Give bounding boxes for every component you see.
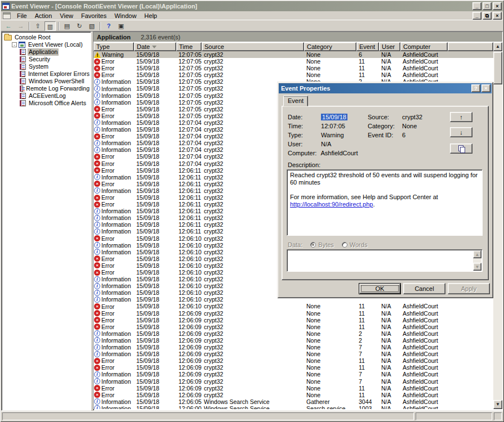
column-header-source[interactable]: Source (202, 42, 304, 51)
table-row[interactable]: Error15/09/1812:07:05crypt32None11N/AAsh… (93, 58, 493, 65)
forward-icon[interactable]: → (15, 21, 26, 31)
event-id-cell: 11 (356, 58, 379, 65)
menu-item-window[interactable]: Window (110, 12, 140, 20)
computer-value: AshfieldCourt (320, 150, 358, 156)
back-icon[interactable]: ← (3, 21, 14, 31)
help-icon[interactable]: ? (103, 21, 114, 31)
date-value[interactable]: 15/09/18 (321, 114, 347, 120)
table-row[interactable]: Error15/09/1812:06:09crypt32None11N/AAsh… (93, 364, 493, 371)
sidebar-item-internet-explorer-errors[interactable]: Internet Explorer Errors (2, 70, 91, 78)
apply-button[interactable]: Apply (448, 283, 490, 294)
table-row[interactable]: Error15/09/1812:06:09crypt32None11N/AAsh… (93, 392, 493, 398)
up-folder-icon[interactable]: ⇧ (32, 21, 43, 31)
table-row[interactable]: Error15/09/1812:06:09crypt32None11N/AAsh… (93, 310, 493, 317)
table-row[interactable]: Information15/09/1812:06:09crypt32None2N… (93, 337, 493, 344)
minimize-button[interactable]: _ (472, 2, 481, 10)
dialog-close-button[interactable]: × (481, 84, 490, 92)
cancel-button[interactable]: Cancel (403, 283, 445, 294)
sidebar-item-security[interactable]: Security (2, 56, 91, 63)
table-row[interactable]: Information15/09/1812:06:09crypt32None7N… (93, 371, 493, 378)
data-scrollbar[interactable]: ▲ ▼ (473, 250, 481, 271)
table-row[interactable]: Error15/09/1812:06:09crypt32None11N/AAsh… (93, 385, 493, 392)
maximize-button[interactable]: □ (483, 2, 492, 10)
column-header-type[interactable]: Type (93, 42, 134, 51)
event-type-label: Information (100, 296, 131, 303)
event-type-label: Error (100, 201, 114, 208)
source-cell: crypt32 (202, 58, 304, 65)
table-row[interactable]: Error15/09/1812:07:05crypt32None11N/AAsh… (93, 65, 493, 71)
ok-button[interactable]: OK (359, 283, 401, 294)
event-type-label: Information (100, 378, 131, 385)
column-header-event[interactable]: Event (356, 42, 379, 51)
source-cell: Windows Search Service (202, 398, 304, 405)
scroll-thumb[interactable] (493, 52, 502, 84)
column-header-user[interactable]: User (379, 42, 400, 51)
show-console-tree-icon[interactable]: ▥ (44, 21, 56, 31)
properties-icon[interactable]: ▤ (61, 21, 73, 31)
table-row[interactable]: Information15/09/1812:06:09crypt32None7N… (93, 351, 493, 357)
menu-item-view[interactable]: View (56, 12, 77, 20)
radio-words[interactable] (342, 242, 347, 248)
refresh-icon[interactable]: ↻ (74, 21, 85, 31)
close-button[interactable]: × (493, 2, 502, 10)
sidebar-item-console-root[interactable]: Console Root (2, 34, 91, 41)
category-cell: None (304, 324, 356, 330)
menu-item-favorites[interactable]: Favorites (77, 12, 110, 20)
new-window-icon[interactable]: ▣ (115, 21, 127, 31)
event-type-label: Information (100, 119, 131, 126)
logbook-icon (20, 78, 26, 84)
table-row[interactable]: Warning15/09/1812:07:05crypt32None6N/AAs… (93, 51, 493, 58)
error-icon (94, 255, 100, 262)
sidebar-item-event-viewer-local-[interactable]: -Event Viewer (Local) (2, 41, 91, 48)
table-row[interactable]: Information15/09/1812:06:00Windows Searc… (93, 405, 493, 409)
child-minimize-button[interactable]: _ (472, 12, 481, 20)
vertical-scrollbar[interactable]: ▲ ▼ (493, 42, 502, 409)
menu-item-file[interactable]: File (13, 12, 31, 20)
data-box[interactable]: ▲ ▼ (287, 249, 483, 272)
event-type-label: Error (100, 133, 114, 140)
sidebar-item-remote-log-forwarding[interactable]: Remote Log Forwarding (2, 85, 91, 92)
table-row[interactable]: Information15/09/1812:06:09crypt32None7N… (93, 344, 493, 351)
radio-bytes[interactable] (310, 242, 316, 248)
tab-event[interactable]: Event (283, 96, 308, 106)
table-row[interactable]: Error15/09/1812:06:10crypt32None11N/AAsh… (93, 303, 493, 309)
column-header-time[interactable]: Time (176, 42, 202, 51)
sidebar-item-application[interactable]: Application (2, 48, 91, 56)
data-scroll-down-button[interactable]: ▼ (473, 263, 481, 271)
description-box[interactable]: Reached crypt32 threshold of 50 events a… (287, 169, 483, 236)
dialog-help-button[interactable]: ? (471, 84, 480, 92)
table-row[interactable]: Information15/09/1812:06:09crypt32None7N… (93, 378, 493, 385)
child-window-icon[interactable] (3, 12, 11, 19)
data-scroll-up-button[interactable]: ▲ (473, 250, 481, 258)
time-cell: 12:07:05 (176, 58, 202, 65)
error-icon (94, 392, 100, 398)
column-header-computer[interactable]: Computer (400, 42, 448, 51)
table-row[interactable]: Information15/09/1812:06:05Windows Searc… (93, 398, 493, 405)
next-event-button[interactable]: ↓ (450, 127, 472, 137)
information-icon (94, 398, 100, 405)
support-link[interactable]: http://localhost:90/redirect.php (290, 201, 373, 208)
child-restore-button[interactable]: ⧉ (483, 12, 492, 20)
source-cell: crypt32 (202, 357, 304, 364)
scroll-down-button[interactable]: ▼ (493, 400, 502, 409)
table-row[interactable]: Error15/09/1812:06:09crypt32None11N/AAsh… (93, 324, 493, 330)
copy-event-button[interactable] (450, 143, 472, 154)
table-row[interactable]: Error15/09/1812:06:09crypt32None11N/AAsh… (93, 357, 493, 364)
down-arrow-icon: ↓ (460, 129, 463, 136)
menu-item-action[interactable]: Action (31, 12, 56, 20)
menu-item-help[interactable]: Help (140, 12, 161, 20)
table-row[interactable]: Error15/09/1812:07:05crypt32None11N/AAsh… (93, 71, 493, 78)
table-row[interactable]: Information15/09/1812:06:09crypt32None2N… (93, 330, 493, 337)
sidebar-item-microsoft-office-alerts[interactable]: Microsoft Office Alerts (2, 100, 91, 107)
column-header-category[interactable]: Category (304, 42, 356, 51)
table-row[interactable]: Error15/09/1812:06:09crypt32None11N/AAsh… (93, 317, 493, 324)
column-header-date[interactable]: Date (134, 42, 176, 51)
scroll-up-button[interactable]: ▲ (493, 42, 502, 51)
previous-event-button[interactable]: ↑ (450, 112, 472, 122)
sidebar-item-aceeventlog[interactable]: ACEEventLog (2, 92, 91, 100)
sidebar-item-windows-powershell[interactable]: Windows PowerShell (2, 78, 91, 85)
sidebar-item-system[interactable]: System (2, 63, 91, 70)
export-list-icon[interactable]: ▧ (86, 21, 97, 31)
tree-expander[interactable]: - (12, 42, 17, 47)
child-close-button[interactable]: × (493, 12, 502, 20)
